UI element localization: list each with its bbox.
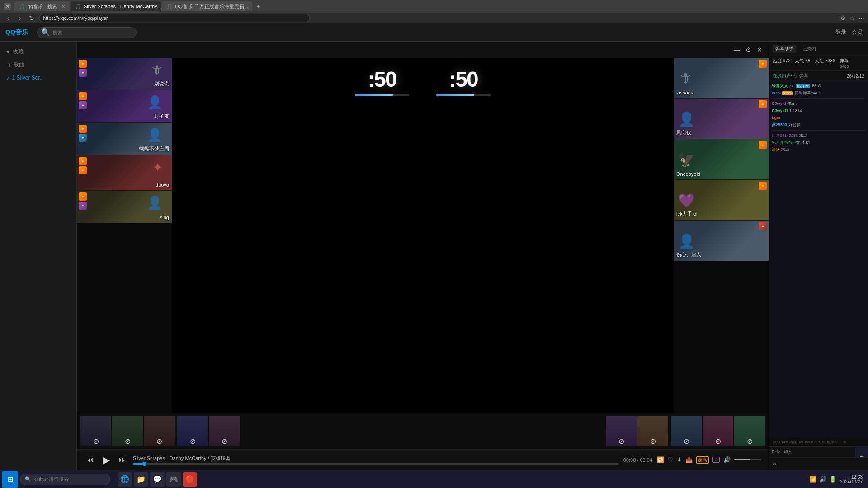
volume-bar[interactable] bbox=[734, 459, 761, 460]
list-item[interactable]: 💜 ✦ lck大手lol bbox=[674, 180, 769, 221]
settings-button[interactable]: ⚙ bbox=[745, 46, 751, 53]
taskbar-app-red[interactable]: 🔴 bbox=[183, 472, 197, 487]
sidebar-item-favorites[interactable]: ♥ 收藏 bbox=[0, 45, 76, 58]
list-item[interactable]: 👤 ✦ 伤心、超人 bbox=[674, 221, 769, 261]
volume-icon[interactable]: 🔊 bbox=[723, 456, 731, 463]
duel-content: 伤心、超人 bbox=[769, 447, 855, 457]
list-item[interactable]: ⊘ bbox=[177, 416, 208, 446]
browser-chrome: ⊙ 🎵 qq音乐 - 搜索 ✕ 🎵 Silver Scrapes - Danny… bbox=[0, 0, 868, 23]
chat-username-3: CJwyld bbox=[772, 101, 786, 106]
list-item[interactable]: ✦ ✦ 👤 蝴蝶不梦庄周 bbox=[77, 123, 172, 155]
taskbar-app-game[interactable]: 🎮 bbox=[166, 472, 181, 487]
tab-favicon-3: 🎵 bbox=[166, 4, 173, 9]
badge-icon-6: ✦ bbox=[79, 134, 87, 142]
list-item[interactable]: ⊘ bbox=[606, 416, 637, 446]
thumb-no-icon-3: ⊘ bbox=[156, 437, 162, 446]
list-item[interactable]: ✦ ✦ ✦ duovo bbox=[77, 155, 172, 191]
list-item[interactable]: 👤 ✦ 风向仪 bbox=[674, 99, 769, 139]
tab-label-2: Silver Scrapes - Danny McCarthy... bbox=[84, 4, 161, 9]
player-title-bar: — ⚙ ✕ bbox=[77, 42, 769, 58]
prev-button[interactable]: ⏮ bbox=[84, 456, 96, 464]
login-button[interactable]: 登录 bbox=[835, 28, 846, 36]
chat-text-1: 88 ⊙ bbox=[812, 84, 821, 88]
thumb-no-icon-6: ⊘ bbox=[618, 437, 624, 446]
vip-button[interactable]: 会员 bbox=[852, 28, 863, 36]
list-item[interactable]: ⊘ bbox=[703, 416, 733, 446]
right-item-title-3: Onedayold bbox=[676, 171, 700, 177]
list-item[interactable]: ⊘ bbox=[80, 416, 111, 446]
thumb-no-icon-1: ⊘ bbox=[93, 437, 99, 446]
refresh-button[interactable]: ↻ bbox=[27, 14, 36, 22]
play-button[interactable]: ▶ bbox=[100, 455, 112, 465]
list-item[interactable]: ✦ ✦ 🗡 别说谎 bbox=[77, 58, 172, 90]
start-button[interactable]: ⊞ bbox=[2, 471, 18, 488]
taskbar-app-chat[interactable]: 💬 bbox=[150, 472, 165, 487]
favorite-button[interactable]: ♡ bbox=[668, 456, 673, 463]
stat-bullets-value: 弹幕 bbox=[840, 58, 849, 64]
sidebar-item-silver-scrapes[interactable]: ♪ 1 Silver Scr... bbox=[0, 71, 76, 84]
list-item[interactable]: ⊘ bbox=[209, 416, 240, 446]
panel-close-button[interactable]: 已关闭 bbox=[800, 45, 819, 53]
chat-text-6: 好台静 bbox=[788, 122, 801, 127]
playlist-item-bg-2: ✦ ✦ 👤 封子夜 bbox=[77, 90, 172, 122]
tab-qqmusic-search[interactable]: 🎵 qq音乐 - 搜索 ✕ bbox=[14, 1, 70, 11]
danmu-assistant-button[interactable]: 弹幕助手 bbox=[773, 45, 796, 53]
back-button[interactable]: ‹ bbox=[4, 14, 13, 22]
bookmark-button[interactable]: ☆ bbox=[849, 15, 855, 22]
repeat-button[interactable]: 🔁 bbox=[657, 456, 664, 463]
list-item[interactable]: ⊘ bbox=[734, 416, 765, 446]
taskbar-time[interactable]: 12:33 2024/10/27 bbox=[840, 474, 863, 484]
forward-button[interactable]: › bbox=[15, 14, 24, 22]
list-item[interactable]: 🦅 ✦ Onedayold bbox=[674, 139, 769, 180]
sidebar-item-songs[interactable]: ♫ 歌曲 bbox=[0, 58, 76, 71]
heart-icon: ♥ bbox=[6, 48, 10, 55]
download-button[interactable]: ⬇ bbox=[677, 456, 682, 463]
list-item[interactable]: ⊘ bbox=[671, 416, 702, 446]
sound-icon[interactable]: 🔊 bbox=[819, 476, 826, 483]
center-play-area: :50 :50 bbox=[172, 58, 674, 413]
battery-icon[interactable]: 🔋 bbox=[829, 476, 836, 483]
taskbar-app-explorer[interactable]: 📁 bbox=[134, 472, 148, 487]
address-input[interactable]: https://y.qq.com/n/ryqq/player bbox=[39, 14, 310, 22]
search-icon: 🔍 bbox=[25, 476, 31, 482]
taskbar-search[interactable]: 🔍 在此处进行搜索 bbox=[20, 474, 110, 485]
new-tab-button[interactable]: + bbox=[253, 1, 263, 11]
share-button[interactable]: 📤 bbox=[685, 456, 693, 463]
settings-gear-button[interactable]: ⚙ bbox=[773, 462, 776, 466]
more-button[interactable]: ⋯ bbox=[859, 15, 864, 22]
list-item[interactable]: ✦ ✦ 👤 封子夜 bbox=[77, 90, 172, 123]
chat-username-5: bgm bbox=[772, 115, 780, 120]
date-label: 26/12/12 bbox=[847, 74, 864, 79]
tab-silver-scrapes[interactable]: 🎵 Silver Scrapes - Danny McCarthy... ✕ bbox=[71, 1, 161, 11]
list-item[interactable]: 🗡 ✦ zxfsags bbox=[674, 58, 769, 99]
time-current: 00:00 bbox=[623, 457, 636, 463]
playlist-item-icons-3: ✦ ✦ bbox=[79, 125, 87, 142]
chat-username-7: 用户08142256 bbox=[772, 133, 798, 138]
minimize-button[interactable]: — bbox=[734, 46, 740, 53]
score-bar-fill-left bbox=[355, 94, 393, 96]
tab-qqmusic-main[interactable]: 🎵 QQ音乐-千万正版音乐海量无损... ✕ bbox=[162, 1, 252, 11]
tab-close-1[interactable]: ✕ bbox=[61, 4, 65, 9]
search-bar[interactable]: 🔍 bbox=[37, 27, 137, 38]
next-button[interactable]: ⏭ bbox=[117, 456, 128, 464]
playlist-item-bg-4: ✦ ✦ ✦ duovo bbox=[77, 155, 172, 190]
chat-divider-2 bbox=[772, 130, 865, 131]
network-icon[interactable]: 📶 bbox=[809, 476, 816, 483]
tab-label-1: qq音乐 - 搜索 bbox=[28, 3, 57, 10]
list-item[interactable]: ⊘ bbox=[637, 416, 668, 446]
app-logo: QQ音乐 bbox=[5, 28, 28, 37]
badge-icon-9: ✦ bbox=[79, 192, 87, 201]
thumb-no-icon-4: ⊘ bbox=[190, 437, 196, 446]
list-item[interactable]: ✦ ✦ 👤 sing bbox=[77, 191, 172, 223]
app-header: QQ音乐 🔍 登录 会员 bbox=[0, 23, 868, 42]
chat-message-5: bgm bbox=[772, 115, 865, 121]
search-input[interactable] bbox=[52, 30, 132, 35]
extensions-button[interactable]: ⚙ bbox=[840, 15, 846, 22]
list-item[interactable]: ⊘ bbox=[112, 416, 143, 446]
progress-bar[interactable] bbox=[133, 463, 619, 465]
taskbar-app-edge[interactable]: 🌐 bbox=[118, 472, 132, 487]
list-item[interactable]: ⊘ bbox=[144, 416, 175, 446]
cpu-stats-text: CPU 14% 内存 8243MHz FPS 60 帧率 0.00% bbox=[773, 440, 846, 445]
badge-icon-1: ✦ bbox=[79, 60, 87, 68]
close-button[interactable]: ✕ bbox=[757, 46, 762, 53]
